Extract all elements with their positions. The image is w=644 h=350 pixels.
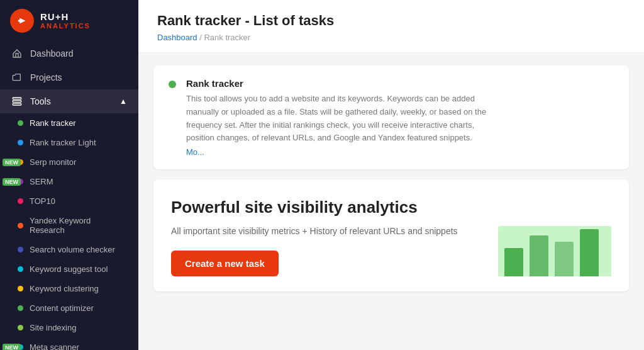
folder-icon bbox=[11, 72, 23, 83]
chart-bar-2 bbox=[530, 235, 548, 276]
promo-subtitle: All important site visibility metrics + … bbox=[171, 225, 483, 238]
tool-label-search-volume: Search volume checker bbox=[30, 245, 115, 254]
tool-dot-site-indexing bbox=[18, 325, 23, 330]
chart-bar-4 bbox=[580, 229, 599, 276]
svg-rect-5 bbox=[13, 103, 21, 105]
tool-dot-search-volume bbox=[18, 247, 23, 252]
home-icon bbox=[11, 48, 23, 59]
tool-label-keyword-clustering: Keyword clustering bbox=[30, 284, 99, 293]
promo-left: Powerful site visibility analytics All i… bbox=[171, 197, 483, 276]
tools-list: Rank trackerRank tracker LightNEWSerp mo… bbox=[0, 113, 138, 350]
tools-label: Tools bbox=[30, 96, 51, 106]
dashboard-label: Dashboard bbox=[30, 48, 74, 59]
sidebar-item-yandex-keyword[interactable]: Yandex Keyword Research bbox=[0, 211, 138, 240]
brand-top: RU+H bbox=[40, 12, 91, 23]
main-header: Rank tracker - List of tasks Dashboard /… bbox=[138, 0, 644, 53]
tool-info-card: Rank tracker This tool allows you to add… bbox=[153, 65, 629, 169]
tool-dot-rank-tracker-light bbox=[18, 140, 23, 145]
projects-label: Projects bbox=[30, 72, 62, 82]
badge-new-meta-scanner: NEW bbox=[3, 344, 21, 351]
sidebar-item-serm[interactable]: NEWSERM bbox=[0, 172, 138, 191]
tool-dot-top10 bbox=[18, 198, 23, 204]
badge-new-serp-monitor: NEW bbox=[3, 159, 21, 166]
tool-label-meta-scanner: Meta scanner bbox=[30, 342, 79, 350]
tool-dot-keyword-suggest bbox=[18, 266, 23, 272]
sidebar-item-site-indexing[interactable]: Site indexing bbox=[0, 318, 138, 337]
sidebar-item-tools[interactable]: Tools ▲ bbox=[0, 89, 138, 113]
tool-dot-content-optimizer bbox=[18, 305, 23, 311]
tool-label-rank-tracker-light: Rank tracker Light bbox=[30, 138, 96, 147]
svg-rect-3 bbox=[13, 98, 21, 99]
sidebar-item-search-volume[interactable]: Search volume checker bbox=[0, 240, 138, 259]
sidebar-item-content-optimizer[interactable]: Content optimizer bbox=[0, 298, 138, 318]
svg-point-2 bbox=[18, 20, 21, 22]
tool-label-yandex-keyword: Yandex Keyword Research bbox=[30, 216, 127, 235]
tool-label-keyword-suggest: Keyword suggest tool bbox=[30, 264, 108, 274]
sidebar-item-keyword-suggest[interactable]: Keyword suggest tool bbox=[0, 259, 138, 279]
chart-bar-1 bbox=[504, 248, 523, 276]
tool-dot-rank-tracker bbox=[18, 120, 23, 126]
main-area: Rank tracker - List of tasks Dashboard /… bbox=[138, 0, 644, 350]
promo-chart bbox=[498, 197, 611, 276]
main-content: Rank tracker This tool allows you to add… bbox=[138, 53, 644, 350]
tool-info-body: Rank tracker This tool allows you to add… bbox=[186, 78, 501, 157]
promo-title: Powerful site visibility analytics bbox=[171, 197, 483, 218]
sidebar-item-serp-monitor[interactable]: NEWSerp monitor bbox=[0, 152, 138, 172]
tool-label-top10: TOP10 bbox=[30, 196, 55, 206]
tool-label-serp-monitor: Serp monitor bbox=[30, 157, 76, 167]
chart-preview bbox=[498, 226, 611, 276]
tools-icon bbox=[11, 96, 23, 107]
sidebar-item-keyword-clustering[interactable]: Keyword clustering bbox=[0, 279, 138, 298]
tool-description: This tool allows you to add a website an… bbox=[186, 93, 501, 145]
sidebar-item-top10[interactable]: TOP10 bbox=[0, 191, 138, 211]
svg-rect-4 bbox=[13, 101, 21, 103]
breadcrumb-current: Rank tracker bbox=[204, 33, 250, 42]
sidebar-item-dashboard[interactable]: Dashboard bbox=[0, 42, 138, 65]
tool-label-site-indexing: Site indexing bbox=[30, 323, 76, 332]
sidebar-item-projects[interactable]: Projects bbox=[0, 65, 138, 89]
tool-status-dot bbox=[169, 81, 176, 88]
tool-more-link[interactable]: Mo... bbox=[186, 147, 501, 157]
logo-icon bbox=[10, 9, 34, 33]
tool-label-content-optimizer: Content optimizer bbox=[30, 303, 94, 313]
page-title: Rank tracker - List of tasks bbox=[157, 13, 625, 29]
logo-text: RU+H ANALYTICS bbox=[40, 12, 91, 30]
sidebar-item-rank-tracker[interactable]: Rank tracker bbox=[0, 113, 138, 133]
sidebar: RU+H ANALYTICS Dashboard Projects bbox=[0, 0, 138, 350]
promo-card: Powerful site visibility analytics All i… bbox=[153, 179, 629, 291]
breadcrumb: Dashboard / Rank tracker bbox=[157, 33, 625, 42]
brand-bottom: ANALYTICS bbox=[40, 22, 91, 30]
sidebar-item-meta-scanner[interactable]: NEWMeta scanner bbox=[0, 337, 138, 350]
badge-new-serm: NEW bbox=[3, 178, 21, 186]
create-task-button[interactable]: Create a new task bbox=[171, 251, 279, 276]
breadcrumb-link[interactable]: Dashboard bbox=[157, 33, 197, 42]
tool-name: Rank tracker bbox=[186, 78, 501, 89]
chevron-up-icon: ▲ bbox=[119, 97, 127, 106]
sidebar-item-rank-tracker-light[interactable]: Rank tracker Light bbox=[0, 133, 138, 152]
chart-bar-3 bbox=[555, 242, 574, 276]
tool-label-serm: SERM bbox=[30, 177, 53, 186]
tool-dot-yandex-keyword bbox=[18, 223, 23, 229]
logo-area[interactable]: RU+H ANALYTICS bbox=[0, 0, 138, 42]
tool-label-rank-tracker: Rank tracker bbox=[30, 118, 76, 128]
tool-dot-keyword-clustering bbox=[18, 286, 23, 291]
